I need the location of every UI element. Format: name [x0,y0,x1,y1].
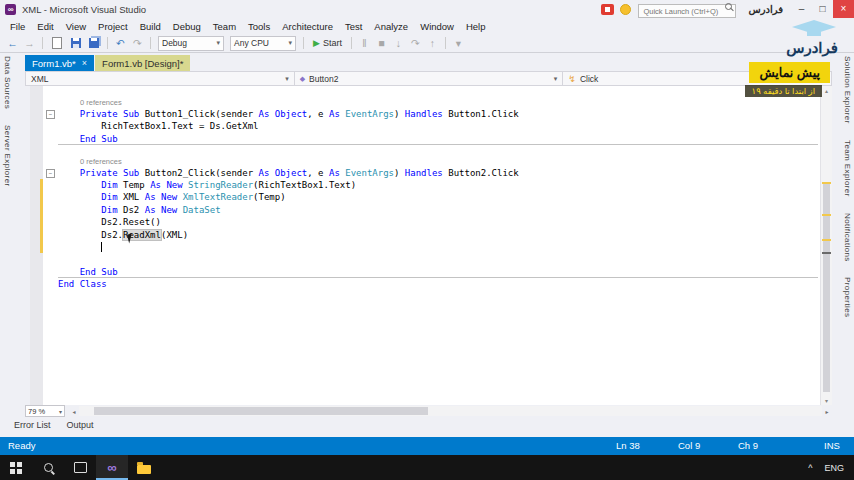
pause-icon[interactable]: ‖ [357,37,372,49]
tray-expand-button[interactable]: ^ [808,463,812,473]
navigate-back-icon[interactable]: ← [5,37,20,49]
tool-tab-server-explorer[interactable]: Server Explorer [3,125,12,187]
scroll-up-icon[interactable]: ▴ [821,87,832,94]
preview-watermark: پیش نمایش [749,62,830,83]
code-line[interactable]: Ds2.ReadXml(XML) [30,229,820,241]
taskbar-visual-studio-button[interactable]: ∞ [96,455,128,480]
tab-label: Form1.vb [Design]* [102,58,183,69]
taskbar-file-explorer-button[interactable] [128,455,160,480]
toolbar-separator [351,37,352,49]
start-debugging-button[interactable]: ▶ Start [313,38,342,48]
code-line[interactable] [30,253,820,265]
toolbar-separator [150,37,151,49]
menu-debug[interactable]: Debug [167,20,207,33]
menu-test[interactable]: Test [339,20,368,33]
tool-tab-data-sources[interactable]: Data Sources [3,56,12,109]
tool-tab-solution-explorer[interactable]: Solution Explorer [843,56,852,124]
editor-navigation-bar: XML▾ ◆ Button2▾ ↯ Click▾ [25,71,832,86]
code-token: Button2.Click [448,168,518,178]
code-line[interactable]: RichTextBox1.Text = Ds.GetXml [30,120,820,132]
solution-configuration-dropdown[interactable]: Debug▾ [158,36,224,51]
project-dropdown[interactable]: XML▾ [26,72,295,85]
code-line[interactable]: Private Sub Button1_Click(sender As Obje… [30,108,820,120]
codelens-references[interactable]: 0 references [30,98,820,107]
scroll-down-icon[interactable]: ▾ [821,397,832,404]
caret-position-mark [822,252,831,254]
folder-icon [137,465,151,474]
code-line[interactable]: End Class [30,278,820,290]
code-line[interactable]: Private Sub Button2_Click(sender As Obje… [30,167,820,179]
zoom-dropdown[interactable]: 79 %▾ [25,405,65,417]
maximize-button[interactable]: □ [812,0,833,18]
code-line[interactable] [30,241,820,253]
start-button[interactable] [0,455,32,480]
start-label: Start [323,38,342,48]
tab-form1-vb-design[interactable]: Form1.vb [Design]* [95,55,190,71]
code-line[interactable]: Dim XML As New XmlTextReader(Temp) [30,191,820,203]
solution-platform-dropdown[interactable]: Any CPU▾ [230,36,296,51]
code-line[interactable]: Ds2.Reset() [30,216,820,228]
close-button[interactable]: × [833,0,854,18]
tab-close-icon[interactable]: × [82,58,87,68]
step-into-icon[interactable]: ↓ [391,37,406,49]
toolbar-separator [42,37,43,49]
step-out-icon[interactable]: ↑ [425,37,440,49]
tab-form1-vb[interactable]: Form1.vb*× [25,55,94,71]
status-bar: Ready Ln 38 Col 9 Ch 9 INS [0,437,854,455]
code-token: XmlTextReader [183,192,253,202]
brand-watermark-text: فرادرس [748,4,783,15]
code-line[interactable] [30,86,820,98]
save-all-icon[interactable] [89,38,99,48]
code-line[interactable] [30,145,820,157]
quick-launch-input[interactable] [638,4,736,18]
toolbar-options-chevron-icon[interactable]: ▾ [451,37,466,49]
taskbar-search-button[interactable] [32,455,64,480]
code-token: Ds2.Reset() [58,217,161,227]
menu-window[interactable]: Window [414,20,460,33]
menu-file[interactable]: File [4,20,31,33]
menu-tools[interactable]: Tools [242,20,276,33]
status-column: Col 9 [678,440,700,451]
step-over-icon[interactable]: ↷ [408,37,423,49]
object-dropdown[interactable]: ◆ Button2▾ [295,72,564,85]
menu-help[interactable]: Help [460,20,492,33]
menu-edit[interactable]: Edit [31,20,59,33]
scroll-right-icon[interactable]: ▸ [822,408,832,415]
chevron-down-icon: ▾ [285,75,289,83]
panel-tab-error-list[interactable]: Error List [14,420,51,433]
tool-tab-properties[interactable]: Properties [843,277,852,317]
code-line[interactable]: End Sub [30,133,820,145]
quick-launch[interactable] [638,0,736,18]
code-editor[interactable]: 0 references− Private Sub Button1_Click(… [30,86,820,405]
new-file-icon[interactable] [52,37,62,49]
bottom-panel-tabs: Error ListOutput [14,420,94,433]
minimize-button[interactable]: – [791,0,812,18]
menu-analyze[interactable]: Analyze [368,20,414,33]
scroll-left-icon[interactable]: ◂ [69,408,79,415]
menu-architecture[interactable]: Architecture [276,20,339,33]
panel-tab-output[interactable]: Output [67,420,94,433]
tool-tab-notifications[interactable]: Notifications [843,213,852,262]
code-line[interactable]: End Sub [30,266,820,278]
undo-icon[interactable]: ↶ [113,37,128,49]
code-line[interactable]: Dim Temp As New StringReader(RichTextBox… [30,179,820,191]
menu-team[interactable]: Team [207,20,242,33]
redo-icon[interactable]: ↷ [130,37,145,49]
save-icon[interactable] [71,38,81,48]
horizontal-scrollbar[interactable] [79,406,822,416]
vertical-scrollbar[interactable]: ▴ ▾ [820,86,832,405]
codelens-references[interactable]: 0 references [30,157,820,166]
search-icon [725,3,732,10]
toolbar-separator [107,37,108,49]
language-indicator[interactable]: ENG [824,463,844,473]
code-line[interactable]: Dim Ds2 As New DataSet [30,204,820,216]
vs-app-icon: ∞ [5,4,16,15]
menu-build[interactable]: Build [134,20,167,33]
menu-view[interactable]: View [60,20,92,33]
scrollbar-thumb[interactable] [94,407,428,415]
task-view-button[interactable] [64,455,96,480]
menu-project[interactable]: Project [92,20,134,33]
stop-icon[interactable]: ■ [374,37,389,49]
tool-tab-team-explorer[interactable]: Team Explorer [843,140,852,197]
navigate-forward-icon[interactable]: → [22,37,37,49]
